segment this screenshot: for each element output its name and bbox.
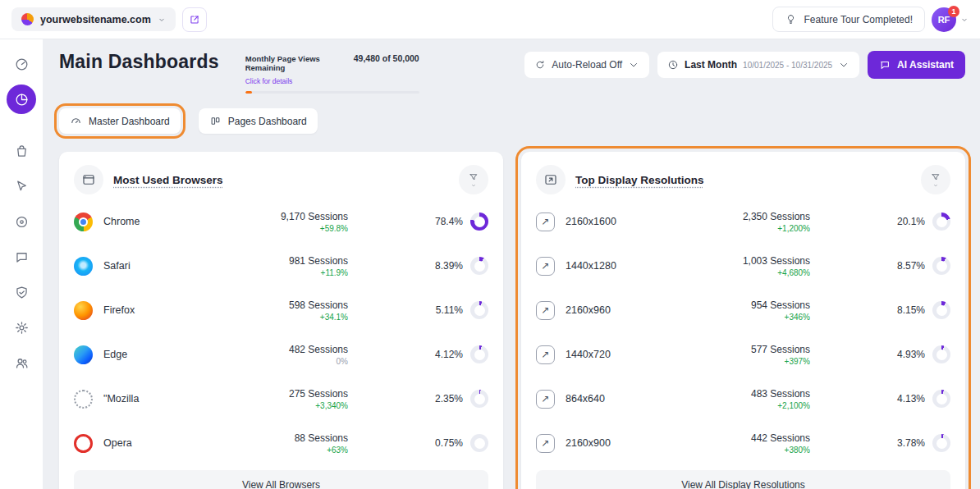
change-value: +1,200%	[687, 224, 810, 233]
header-controls: Auto-Reload Off Last Month 10/01/2025 - …	[524, 51, 965, 79]
date-range-picker[interactable]: Last Month 10/01/2025 - 10/31/2025	[657, 52, 859, 78]
change-value: +346%	[687, 313, 810, 322]
percent-value: 78.4%	[424, 216, 463, 227]
sessions-value: 1,003 Sessions	[687, 255, 810, 267]
sessions-value: 483 Sessions	[687, 388, 810, 400]
quota-progress-bar	[245, 91, 419, 94]
sessions-value: 442 Sessions	[687, 432, 810, 444]
change-value: +4,680%	[687, 268, 810, 277]
donut-chart	[470, 434, 488, 452]
percent-value: 5.11%	[424, 304, 463, 316]
sessions-value: 9,170 Sessions	[225, 211, 348, 222]
sidebar-item-privacy[interactable]	[7, 277, 36, 307]
table-row[interactable]: Opera 88 Sessions +63% 0.75%	[74, 421, 488, 465]
recordings-icon	[14, 214, 30, 230]
tab-master-dashboard[interactable]: Master Dashboard	[59, 108, 181, 134]
sidebar	[0, 39, 43, 489]
website-selector[interactable]: yourwebsitename.com	[11, 7, 176, 31]
resolution-icon	[536, 257, 555, 276]
change-value: +11.9%	[225, 268, 348, 277]
settings-icon	[14, 320, 30, 336]
notification-badge: 1	[948, 6, 959, 17]
sidebar-item-ecommerce[interactable]	[7, 136, 36, 166]
page-views-quota[interactable]: Monthly Page Views Remaining 49,480 of 5…	[245, 53, 419, 94]
percent-value: 8.39%	[424, 260, 463, 272]
donut-chart	[470, 213, 488, 231]
funnel-icon	[468, 172, 479, 182]
page-header: Main Dashboards Monthly Page Views Remai…	[59, 51, 965, 94]
filter-button[interactable]	[459, 165, 488, 194]
table-row[interactable]: "Mozilla 275 Sessions +3,340% 2.35%	[74, 377, 488, 421]
table-row[interactable]: 2160x1600 2,350 Sessions +1,200% 20.1%	[536, 199, 950, 244]
change-value: +397%	[687, 357, 810, 366]
change-value: +380%	[687, 446, 810, 455]
table-row[interactable]: 1440x1280 1,003 Sessions +4,680% 8.57%	[536, 244, 950, 288]
chevron-down-icon	[470, 183, 477, 188]
quota-details-link[interactable]: Click for details	[245, 77, 293, 85]
auto-reload-label: Auto-Reload Off	[552, 59, 622, 71]
chevron-down-icon	[960, 16, 969, 24]
row-label: Chrome	[103, 216, 225, 227]
filter-button[interactable]	[921, 165, 950, 194]
table-row[interactable]: 864x640 483 Sessions +2,100% 4.13%	[536, 377, 950, 421]
columns-icon	[209, 115, 222, 127]
table-row[interactable]: 2160x900 442 Sessions +380% 3.78%	[536, 421, 950, 465]
sessions-value: 88 Sessions	[225, 432, 348, 444]
table-row[interactable]: Firefox 598 Sessions +34.1% 5.11%	[74, 288, 488, 332]
donut-chart	[470, 257, 488, 275]
donut-chart	[932, 345, 950, 363]
sidebar-item-recordings[interactable]	[7, 207, 36, 236]
sidebar-item-settings[interactable]	[7, 313, 36, 342]
main-content: Main Dashboards Monthly Page Views Remai…	[43, 39, 980, 489]
account-menu[interactable]: RF 1	[932, 7, 969, 32]
sidebar-item-dashboards[interactable]	[7, 85, 36, 114]
row-label: 1440x720	[566, 349, 687, 360]
dashboard-tabs: Master Dashboard Pages Dashboard	[59, 108, 965, 134]
view-all-resolutions-button[interactable]: View All Display Resolutions	[536, 470, 950, 489]
feature-tour-button[interactable]: Feature Tour Completed!	[772, 7, 925, 32]
table-row[interactable]: Edge 482 Sessions 0% 4.12%	[74, 332, 488, 377]
feedback-icon	[14, 249, 30, 265]
funnel-icon	[930, 172, 941, 182]
sidebar-item-overview[interactable]	[7, 49, 36, 79]
auto-reload-dropdown[interactable]: Auto-Reload Off	[524, 52, 649, 78]
sidebar-item-behaviour[interactable]	[7, 171, 36, 201]
chrome-icon	[74, 213, 93, 231]
change-value: 0%	[225, 357, 348, 366]
resolution-icon	[536, 301, 555, 320]
tab-label: Pages Dashboard	[228, 116, 307, 127]
table-row[interactable]: 2160x960 954 Sessions +346% 8.15%	[536, 288, 950, 332]
resolution-rows: 2160x1600 2,350 Sessions +1,200% 20.1% 1…	[536, 199, 950, 465]
open-website-button[interactable]	[182, 7, 207, 32]
table-row[interactable]: Chrome 9,170 Sessions +59.8% 78.4%	[74, 199, 488, 244]
browser-rows: Chrome 9,170 Sessions +59.8% 78.4% Safar…	[74, 199, 488, 465]
sessions-value: 954 Sessions	[687, 299, 810, 311]
tab-pages-dashboard[interactable]: Pages Dashboard	[199, 108, 318, 134]
date-range: 10/01/2025 - 10/31/2025	[743, 61, 832, 70]
donut-chart	[470, 345, 488, 363]
sidebar-item-feedback[interactable]	[7, 242, 36, 272]
table-row[interactable]: Safari 981 Sessions +11.9% 8.39%	[74, 244, 488, 288]
view-all-browsers-button[interactable]: View All Browsers	[74, 470, 488, 489]
donut-chart	[932, 390, 950, 408]
refresh-icon	[534, 59, 546, 71]
table-row[interactable]: 1440x720 577 Sessions +397% 4.93%	[536, 332, 950, 377]
row-label: 1440x1280	[566, 260, 687, 272]
site-name: yourwebsitename.com	[40, 14, 151, 25]
gauge-icon	[70, 115, 82, 127]
sessions-value: 598 Sessions	[225, 299, 348, 311]
period-label: Last Month	[685, 59, 737, 71]
opera-icon	[74, 434, 93, 453]
ai-assistant-button[interactable]: AI Assistant	[868, 51, 965, 79]
card-title: Top Display Resolutions	[575, 174, 704, 186]
card-top-display-resolutions: Top Display Resolutions 2160x1600 2,350 …	[521, 152, 965, 489]
lightbulb-icon	[785, 13, 797, 25]
quota-label: Monthly Page Views Remaining	[245, 54, 347, 72]
chevron-down-icon	[158, 16, 166, 24]
row-label: Firefox	[103, 304, 225, 316]
donut-chart	[932, 213, 950, 231]
sidebar-item-visitors[interactable]	[7, 348, 36, 377]
resolution-icon	[536, 434, 555, 453]
sessions-value: 577 Sessions	[687, 344, 810, 355]
chat-icon	[879, 59, 891, 71]
